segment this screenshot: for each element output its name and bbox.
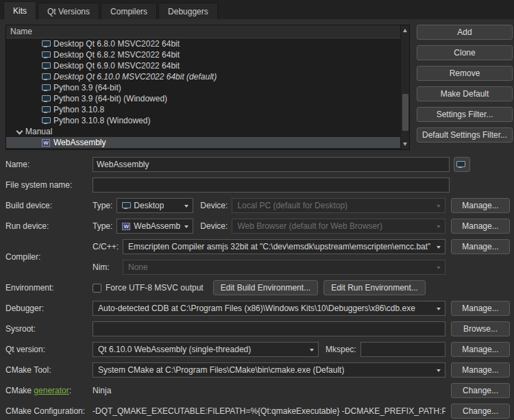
kit-icon-button[interactable] xyxy=(454,157,470,172)
debugger-combo[interactable]: Auto-detected CDB at C:\Program Files (x… xyxy=(93,301,445,316)
tab-qt-versions[interactable]: Qt Versions xyxy=(38,3,99,19)
kit-item-qt6100-default[interactable]: Desktop Qt 6.10.0 MSVC2022 64bit (defaul… xyxy=(6,71,400,82)
kit-item-webassembly[interactable]: WebAssembly xyxy=(6,137,400,148)
qt-version-row: Qt version: Qt 6.10.0 WebAssembly (singl… xyxy=(5,342,510,357)
compiler-cxx-label: C/C++: xyxy=(93,242,123,251)
tree-scrollbar[interactable] xyxy=(400,25,409,149)
cmake-tool-row: CMake Tool: System CMake at C:\Program F… xyxy=(5,362,510,378)
compiler-cxx-value: Emscripten Compiler asmjs 32bit at "C:\d… xyxy=(128,242,430,251)
desktop-icon xyxy=(42,106,50,114)
cmake-generator-label-suffix: : xyxy=(69,386,71,395)
run-device-device-combo: Web Browser (default for Web Browser) xyxy=(232,219,445,234)
name-input[interactable] xyxy=(93,157,450,172)
name-row: Name: xyxy=(5,157,510,172)
cmake-generator-link[interactable]: generator xyxy=(34,386,69,395)
kit-actions: Add Clone Remove Make Default Settings F… xyxy=(417,25,513,150)
tab-compilers[interactable]: Compilers xyxy=(101,3,157,19)
kit-item-python39-windowed[interactable]: Python 3.9 (64-bit) (Windowed) xyxy=(6,93,400,104)
cmake-generator-change-button[interactable]: Change... xyxy=(451,383,510,398)
build-device-device-combo: Local PC (default for Desktop) xyxy=(232,198,445,213)
kit-item-qt690[interactable]: Desktop Qt 6.9.0 MSVC2022 64bit xyxy=(6,60,400,71)
compiler-cxx-row: C/C++: Emscripten Compiler asmjs 32bit a… xyxy=(93,239,510,254)
compiler-cxx-combo[interactable]: Emscripten Compiler asmjs 32bit at "C:\d… xyxy=(123,239,445,254)
default-settings-filter-button[interactable]: Default Settings Filter... xyxy=(417,127,513,143)
build-device-type-combo[interactable]: Desktop xyxy=(117,198,193,213)
webassembly-icon xyxy=(42,139,50,147)
kit-item-python3108[interactable]: Python 3.10.8 xyxy=(6,104,400,115)
debugger-value: Auto-detected CDB at C:\Program Files (x… xyxy=(98,304,415,313)
cmake-configuration-change-button[interactable]: Change... xyxy=(451,404,510,419)
desktop-icon xyxy=(42,40,50,48)
cmake-generator-row: CMake generator: Ninja Change... xyxy=(5,383,510,398)
kit-item-label: Desktop Qt 6.8.0 MSVC2022 64bit xyxy=(53,39,180,49)
kit-item-python3108-windowed[interactable]: Python 3.10.8 (Windowed) xyxy=(6,115,400,126)
compiler-manage-button[interactable]: Manage... xyxy=(451,239,510,254)
debugger-manage-button[interactable]: Manage... xyxy=(451,301,510,316)
file-system-name-label: File system name: xyxy=(5,180,93,190)
sysroot-label: Sysroot: xyxy=(5,324,93,334)
build-device-label: Build device: xyxy=(5,201,93,210)
make-default-button[interactable]: Make Default xyxy=(417,86,513,101)
tab-debuggers[interactable]: Debuggers xyxy=(158,3,218,19)
cmake-tool-manage-button[interactable]: Manage... xyxy=(451,362,510,378)
name-label: Name: xyxy=(5,160,93,169)
sysroot-browse-button[interactable]: Browse... xyxy=(451,321,510,336)
run-device-type-value: WebAssembly Runtime xyxy=(134,221,180,231)
kit-item-label: Python 3.10.8 (Windowed) xyxy=(53,116,150,125)
file-system-name-input[interactable] xyxy=(93,177,450,193)
qt-version-combo[interactable]: Qt 6.10.0 WebAssembly (single-threaded) xyxy=(93,342,319,357)
build-device-type-label: Type: xyxy=(93,201,112,210)
force-utf8-checkbox[interactable] xyxy=(93,284,101,293)
kit-tree: Name Desktop Qt 6.8.0 MSVC2022 64bit Des… xyxy=(5,25,410,150)
kit-group-manual[interactable]: Manual xyxy=(6,126,400,137)
mkspec-input[interactable] xyxy=(360,342,445,357)
build-device-manage-button[interactable]: Manage... xyxy=(451,198,510,213)
settings-tab-bar: Kits Qt Versions Compilers Debuggers xyxy=(0,0,514,19)
environment-row: Environment: Force UTF-8 MSVC output Edi… xyxy=(5,280,510,295)
compiler-label: Compiler: xyxy=(5,252,93,262)
desktop-icon xyxy=(122,202,130,210)
clone-button[interactable]: Clone xyxy=(417,45,513,60)
cmake-configuration-row: CMake Configuration: -DQT_QMAKE_EXECUTAB… xyxy=(5,404,510,419)
compiler-group: Compiler: C/C++: Emscripten Compiler asm… xyxy=(5,239,510,275)
kit-item-qt680[interactable]: Desktop Qt 6.8.0 MSVC2022 64bit xyxy=(6,38,400,49)
build-device-device-value: Local PC (default for Desktop) xyxy=(237,201,347,210)
run-device-manage-button[interactable]: Manage... xyxy=(451,219,510,234)
run-device-row: Run device: Type: WebAssembly Runtime De… xyxy=(5,219,510,234)
scroll-down-icon[interactable] xyxy=(401,140,409,148)
scroll-up-icon[interactable] xyxy=(401,27,409,35)
compiler-nim-combo: None xyxy=(123,260,445,275)
cmake-generator-value: Ninja xyxy=(93,386,445,395)
cmake-configuration-label: CMake Configuration: xyxy=(5,406,93,416)
qt-version-manage-button[interactable]: Manage... xyxy=(451,342,510,357)
sysroot-input[interactable] xyxy=(93,321,445,336)
environment-label: Environment: xyxy=(5,283,93,293)
compiler-nim-row: Nim: None xyxy=(93,260,510,275)
remove-button[interactable]: Remove xyxy=(417,66,513,81)
scrollbar-thumb[interactable] xyxy=(402,94,408,131)
kit-icon xyxy=(456,161,465,169)
kit-item-python39[interactable]: Python 3.9 (64-bit) xyxy=(6,82,400,93)
desktop-icon xyxy=(42,73,50,81)
edit-build-environment-button[interactable]: Edit Build Environment... xyxy=(213,280,318,295)
cmake-configuration-value: -DQT_QMAKE_EXECUTABLE:FILEPATH=%{Qt:qmak… xyxy=(93,406,445,416)
tab-kits[interactable]: Kits xyxy=(3,1,36,19)
chevron-down-icon[interactable] xyxy=(16,129,22,135)
add-button[interactable]: Add xyxy=(417,25,513,40)
kit-item-qt682[interactable]: Desktop Qt 6.8.2 MSVC2022 64bit xyxy=(6,49,400,60)
run-device-type-combo[interactable]: WebAssembly Runtime xyxy=(117,219,193,234)
qt-version-value: Qt 6.10.0 WebAssembly (single-threaded) xyxy=(98,345,251,354)
kit-tree-header-name[interactable]: Name xyxy=(6,25,400,38)
edit-run-environment-button[interactable]: Edit Run Environment... xyxy=(323,280,426,295)
cmake-tool-combo[interactable]: System CMake at C:\Program Files\CMake\b… xyxy=(93,362,445,378)
force-utf8-label[interactable]: Force UTF-8 MSVC output xyxy=(106,283,204,293)
kit-group-label: Manual xyxy=(25,127,52,136)
run-device-type-label: Type: xyxy=(93,221,112,231)
compiler-nim-label: Nim: xyxy=(93,262,123,272)
build-device-row: Build device: Type: Desktop Device: Loca… xyxy=(5,198,510,213)
cmake-generator-label-prefix: CMake xyxy=(5,386,32,395)
settings-filter-button[interactable]: Settings Filter... xyxy=(417,107,513,122)
desktop-icon xyxy=(42,117,50,125)
debugger-label: Debugger: xyxy=(5,304,93,313)
kit-item-label: Desktop Qt 6.10.0 MSVC2022 64bit (defaul… xyxy=(53,72,217,82)
